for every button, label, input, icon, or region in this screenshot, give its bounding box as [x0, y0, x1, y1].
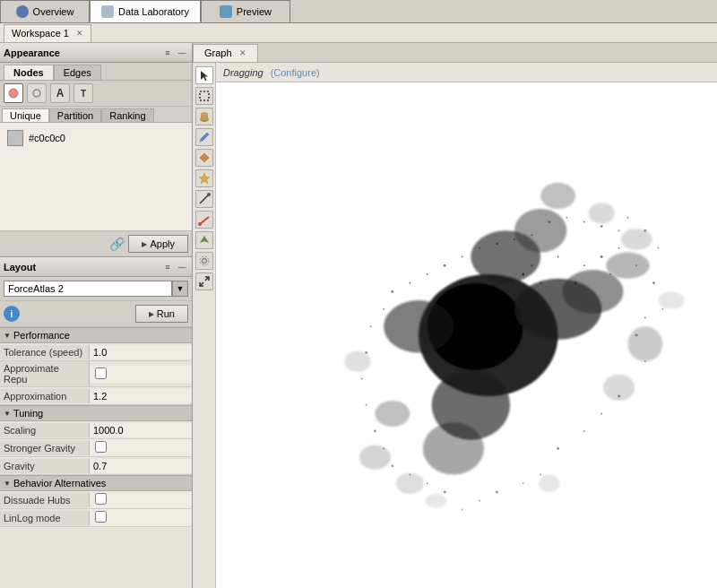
apply-label: Apply: [150, 238, 175, 249]
apply-area: 🔗 ▶ Apply: [0, 230, 192, 256]
svg-point-48: [609, 273, 611, 275]
layout-minimize-icon[interactable]: —: [176, 261, 188, 273]
info-icon[interactable]: i: [4, 306, 20, 322]
configure-link[interactable]: (Configure): [271, 67, 320, 78]
workspace-tab-label: Workspace 1: [12, 28, 69, 39]
prop-tolerance-val[interactable]: 1.0: [90, 345, 192, 359]
tuning-collapse-icon: ▼: [4, 410, 11, 418]
prop-stronger-gravity-val[interactable]: [90, 439, 192, 456]
svg-point-64: [444, 491, 446, 494]
svg-point-26: [384, 300, 454, 352]
workspace-tab[interactable]: Workspace 1 ✕: [4, 24, 91, 42]
svg-point-73: [370, 325, 372, 327]
table-icon: [101, 5, 114, 18]
linlog-checkbox[interactable]: [95, 511, 107, 523]
svg-rect-8: [201, 113, 203, 117]
prop-approx-repu-val[interactable]: [90, 366, 192, 383]
prop-dissuade-hubs-val[interactable]: [90, 491, 192, 508]
select-tool-icon[interactable]: [195, 66, 213, 84]
svg-point-56: [600, 413, 602, 415]
svg-point-25: [423, 422, 484, 474]
svg-point-30: [540, 183, 575, 209]
appearance-title: Appearance: [4, 48, 60, 58]
stronger-gravity-checkbox[interactable]: [95, 441, 107, 453]
erase-icon[interactable]: [195, 211, 213, 229]
run-label: Run: [157, 308, 175, 319]
svg-point-15: [200, 256, 209, 265]
svg-point-91: [657, 247, 659, 249]
run-button[interactable]: ▶ Run: [135, 305, 188, 323]
dissuade-hubs-checkbox[interactable]: [95, 493, 107, 505]
svg-point-90: [644, 229, 646, 232]
svg-point-79: [462, 256, 463, 258]
svg-point-66: [409, 474, 410, 476]
diamond-icon[interactable]: [195, 149, 213, 167]
svg-point-80: [479, 247, 480, 249]
prop-approximation-val[interactable]: 1.2: [90, 389, 192, 403]
label-size-icon[interactable]: T: [73, 83, 93, 103]
workspace-close-icon[interactable]: ✕: [76, 29, 83, 38]
svg-point-77: [427, 273, 428, 275]
tab-data-laboratory[interactable]: Data Laboratory: [90, 0, 201, 22]
tab-overview[interactable]: Overview: [0, 0, 90, 22]
layout-algorithm-select[interactable]: ForceAtlas 2: [4, 281, 172, 297]
label-color-icon[interactable]: A: [50, 83, 70, 103]
appearance-toolbar: A T: [0, 81, 192, 107]
apply-button[interactable]: ▶ Apply: [128, 235, 188, 253]
svg-rect-5: [203, 112, 204, 117]
layout-section: Layout ≡ — ForceAtlas 2 ▼ i ▶ Run: [0, 257, 192, 588]
appearance-header-icons: ≡ —: [161, 47, 188, 59]
pencil-tool-icon[interactable]: [195, 128, 213, 146]
size-icon[interactable]: [27, 83, 47, 103]
nodes-tab[interactable]: Nodes: [4, 65, 54, 80]
svg-point-60: [523, 482, 524, 484]
shrink-icon[interactable]: [195, 272, 213, 290]
appearance-pin-icon[interactable]: ≡: [161, 47, 174, 59]
prop-linlog-val[interactable]: [90, 509, 192, 526]
approx-repu-checkbox[interactable]: [95, 368, 107, 379]
star-icon[interactable]: [195, 169, 213, 187]
svg-line-11: [200, 195, 209, 203]
graph-tab[interactable]: Graph ✕: [193, 44, 258, 62]
section-behavior[interactable]: ▼ Behavior Alternatives: [0, 475, 192, 491]
svg-point-0: [9, 89, 18, 98]
prop-linlog-key: LinLog mode: [0, 511, 90, 525]
prop-approximation-key: Approximation: [0, 389, 90, 403]
rect-select-icon[interactable]: [195, 87, 213, 105]
section-performance[interactable]: ▼ Performance: [0, 327, 192, 343]
graph-tab-close-icon[interactable]: ✕: [239, 48, 246, 57]
draw-edge-icon[interactable]: [195, 190, 213, 208]
svg-point-21: [562, 270, 623, 314]
tab-preview[interactable]: Preview: [201, 0, 290, 22]
prop-approx-repu-key: Approximate Repu: [0, 361, 90, 386]
svg-point-23: [514, 209, 566, 253]
svg-point-46: [600, 255, 603, 258]
hand-tool-icon[interactable]: [195, 108, 213, 125]
color-label: #c0c0c0: [29, 133, 65, 143]
edges-tab[interactable]: Edges: [54, 65, 101, 80]
prop-approximation: Approximation 1.2: [0, 387, 192, 405]
svg-point-62: [479, 500, 480, 502]
graph-canvas[interactable]: [216, 82, 717, 588]
svg-point-71: [361, 378, 363, 380]
settings-icon[interactable]: [195, 252, 213, 270]
dropdown-arrow-icon[interactable]: ▼: [172, 281, 188, 297]
svg-point-54: [644, 360, 646, 362]
color-icon[interactable]: [4, 83, 23, 103]
sub-tab-ranking[interactable]: Ranking: [101, 108, 153, 122]
svg-point-72: [365, 351, 367, 354]
layout-pin-icon[interactable]: ≡: [161, 261, 174, 273]
link-icon[interactable]: 🔗: [109, 237, 125, 251]
globe-icon: [16, 5, 29, 18]
appearance-minimize-icon[interactable]: —: [176, 47, 188, 59]
color-swatch[interactable]: [7, 130, 23, 146]
svg-point-58: [557, 447, 559, 450]
prop-gravity-val[interactable]: 0.7: [90, 459, 192, 473]
svg-point-37: [539, 475, 559, 492]
section-tuning[interactable]: ▼ Tuning: [0, 405, 192, 421]
plane-icon[interactable]: [195, 231, 213, 249]
prop-scaling-val[interactable]: 1000.0: [90, 423, 192, 437]
sub-tab-unique[interactable]: Unique: [2, 108, 49, 122]
sub-tab-partition[interactable]: Partition: [49, 108, 101, 122]
svg-point-89: [626, 217, 628, 219]
